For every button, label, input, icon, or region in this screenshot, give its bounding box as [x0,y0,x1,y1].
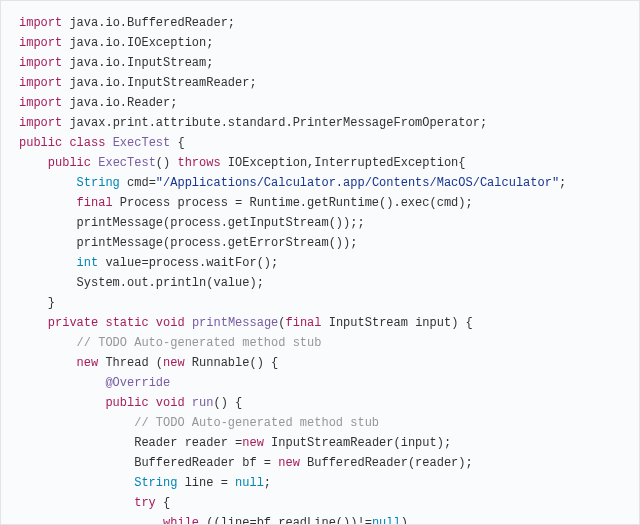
code-line: BufferedReader bf = new BufferedReader(r… [19,453,621,473]
code-line: import java.io.IOException; [19,33,621,53]
code-line: // TODO Auto-generated method stub [19,333,621,353]
code-line: @Override [19,373,621,393]
code-line: import java.io.BufferedReader; [19,13,621,33]
code-line: import java.io.Reader; [19,93,621,113]
code-line: // TODO Auto-generated method stub [19,413,621,433]
code-line: int value=process.waitFor(); [19,253,621,273]
code-line: public ExecTest() throws IOException,Int… [19,153,621,173]
code-line: printMessage(process.getInputStream());; [19,213,621,233]
code-block: import java.io.BufferedReader; import ja… [0,0,640,525]
code-line: public class ExecTest { [19,133,621,153]
code-line: Reader reader =new InputStreamReader(inp… [19,433,621,453]
code-line: new Thread (new Runnable() { [19,353,621,373]
code-line: public void run() { [19,393,621,413]
code-line: final Process process = Runtime.getRunti… [19,193,621,213]
code-line: private static void printMessage(final I… [19,313,621,333]
code-line: import javax.print.attribute.standard.Pr… [19,113,621,133]
code-line: while ((line=bf.readLine())!=null) [19,513,621,525]
code-line: import java.io.InputStreamReader; [19,73,621,93]
code-line: import java.io.InputStream; [19,53,621,73]
code-line: System.out.println(value); [19,273,621,293]
code-line: printMessage(process.getErrorStream()); [19,233,621,253]
code-line: try { [19,493,621,513]
code-line: } [19,293,621,313]
code-line: String line = null; [19,473,621,493]
code-line: String cmd="/Applications/Calculator.app… [19,173,621,193]
